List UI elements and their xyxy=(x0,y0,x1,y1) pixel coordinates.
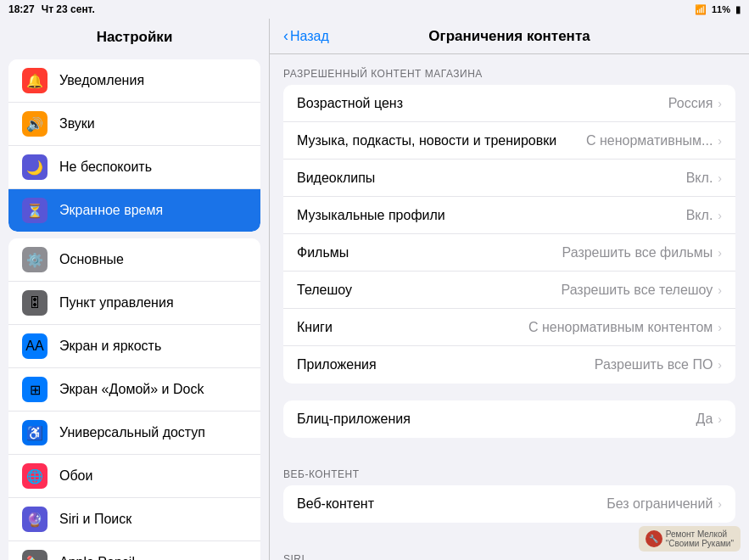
settings-row-films[interactable]: ФильмыРазрешить все фильмы› xyxy=(283,234,735,272)
row-chevron-films: › xyxy=(718,246,722,260)
siri-icon: 🔮 xyxy=(22,507,48,532)
settings-group-store-content: Возрастной цензРоссия›Музыка, подкасты, … xyxy=(283,85,735,384)
section-header-web-content: ВЕБ-КОНТЕНТ xyxy=(270,455,749,485)
sounds-icon: 🔊 xyxy=(22,111,48,137)
row-label-music-profiles: Музыкальные профили xyxy=(297,208,686,223)
row-label-quick-apps-row: Блиц-приложения xyxy=(297,412,696,427)
row-label-videoclips: Видеоклипы xyxy=(297,171,686,186)
row-chevron-apps: › xyxy=(718,358,722,372)
status-time: 18:27 xyxy=(8,3,35,15)
main-layout: Настройки 🔔Уведомления🔊Звуки🌙Не беспокои… xyxy=(0,19,749,560)
right-panel: ‹ Назад Ограничения контента РАЗРЕШЕННЫЙ… xyxy=(270,19,749,560)
row-value-music: С ненормативным... xyxy=(586,133,713,148)
sidebar-label-wallpaper: Обои xyxy=(59,468,92,484)
row-label-age-rating: Возрастной ценз xyxy=(297,96,668,111)
row-chevron-music-profiles: › xyxy=(718,209,722,222)
sidebar-item-display[interactable]: AAЭкран и яркость xyxy=(8,325,260,368)
right-content: РАЗРЕШЕННЫЙ КОНТЕНТ МАГАЗИНАВозрастной ц… xyxy=(270,54,749,560)
settings-row-web-content-row[interactable]: Веб-контентБез ограничений› xyxy=(283,485,735,523)
status-bar: 18:27 Чт 23 сент. 📶 11% ▮ xyxy=(0,0,749,19)
row-chevron-web-content-row: › xyxy=(718,497,722,511)
sidebar-item-screentime[interactable]: ⏳Экранное время xyxy=(8,189,260,232)
sidebar-item-general[interactable]: ⚙️Основные xyxy=(8,238,260,282)
row-label-apps: Приложения xyxy=(297,357,595,372)
right-header: ‹ Назад Ограничения контента xyxy=(270,19,749,54)
row-label-films: Фильмы xyxy=(297,245,562,260)
sidebar-label-controlcenter: Пункт управления xyxy=(59,295,174,311)
sidebar-label-screentime: Экранное время xyxy=(59,203,163,218)
controlcenter-icon: 🎛 xyxy=(22,290,48,316)
notifications-icon: 🔔 xyxy=(22,68,48,93)
row-chevron-quick-apps-row: › xyxy=(718,412,722,426)
settings-row-music-profiles[interactable]: Музыкальные профилиВкл.› xyxy=(283,197,735,234)
homescreen-icon: ⊞ xyxy=(22,377,48,402)
watermark: 🔧 Ремонт Мелкой"Своими Руками" xyxy=(639,526,741,552)
sidebar-item-homescreen[interactable]: ⊞Экран «Домой» и Dock xyxy=(8,368,260,412)
back-button[interactable]: ‹ Назад xyxy=(283,27,351,45)
settings-row-apps[interactable]: ПриложенияРазрешить все ПО› xyxy=(283,346,735,384)
sidebar-item-donotdisturb[interactable]: 🌙Не беспокоить xyxy=(8,146,260,189)
sidebar-bottom-group: ⚙️Основные🎛Пункт управленияAAЭкран и ярк… xyxy=(8,238,260,560)
sidebar-label-donotdisturb: Не беспокоить xyxy=(59,160,152,175)
sidebar-label-sounds: Звуки xyxy=(59,116,95,132)
row-chevron-age-rating: › xyxy=(718,97,722,110)
row-value-tvshows: Разрешить все телешоу xyxy=(561,283,713,298)
applepencil-icon: ✏️ xyxy=(22,550,48,560)
donotdisturb-icon: 🌙 xyxy=(22,154,48,180)
sidebar-label-homescreen: Экран «Домой» и Dock xyxy=(59,382,204,397)
row-chevron-videoclips: › xyxy=(718,171,722,185)
settings-row-books[interactable]: КнигиС ненормативным контентом› xyxy=(283,309,735,346)
row-chevron-music: › xyxy=(718,134,722,148)
row-value-web-content-row: Без ограничений xyxy=(606,496,713,512)
right-panel-title: Ограничения контента xyxy=(351,28,668,45)
sidebar: Настройки 🔔Уведомления🔊Звуки🌙Не беспокои… xyxy=(0,19,270,560)
row-chevron-tvshows: › xyxy=(718,283,722,297)
settings-group-quick-apps: Блиц-приложенияДа› xyxy=(283,400,735,438)
status-left: 18:27 Чт 23 сент. xyxy=(8,3,95,15)
general-icon: ⚙️ xyxy=(22,247,48,272)
row-label-music: Музыка, подкасты, новости и тренировки xyxy=(297,133,586,148)
battery-level: 11% xyxy=(712,4,730,14)
row-label-web-content-row: Веб-контент xyxy=(297,496,606,512)
watermark-text: Ремонт Мелкой"Своими Руками" xyxy=(666,529,734,548)
row-label-tvshows: Телешоу xyxy=(297,283,561,298)
sidebar-item-accessibility[interactable]: ♿Универсальный доступ xyxy=(8,412,260,455)
section-header-store-content: РАЗРЕШЕННЫЙ КОНТЕНТ МАГАЗИНА xyxy=(270,54,749,85)
settings-row-age-rating[interactable]: Возрастной цензРоссия› xyxy=(283,85,735,122)
sidebar-item-notifications[interactable]: 🔔Уведомления xyxy=(8,59,260,103)
sidebar-label-display: Экран и яркость xyxy=(59,339,161,354)
sidebar-item-controlcenter[interactable]: 🎛Пункт управления xyxy=(8,282,260,325)
accessibility-icon: ♿ xyxy=(22,420,48,445)
row-label-books: Книги xyxy=(297,320,528,335)
settings-row-videoclips[interactable]: ВидеоклипыВкл.› xyxy=(283,160,735,197)
row-value-videoclips: Вкл. xyxy=(686,171,713,186)
sidebar-label-general: Основные xyxy=(59,252,124,267)
row-value-apps: Разрешить все ПО xyxy=(595,357,713,372)
wifi-icon: 📶 xyxy=(695,4,707,15)
settings-row-quick-apps-row[interactable]: Блиц-приложенияДа› xyxy=(283,400,735,438)
row-value-films: Разрешить все фильмы xyxy=(562,245,713,260)
settings-row-music[interactable]: Музыка, подкасты, новости и тренировкиС … xyxy=(283,122,735,160)
back-chevron-icon: ‹ xyxy=(283,27,288,45)
sidebar-item-siri[interactable]: 🔮Siri и Поиск xyxy=(8,498,260,541)
row-value-quick-apps-row: Да xyxy=(696,412,713,427)
sidebar-label-notifications: Уведомления xyxy=(59,73,144,88)
sidebar-item-sounds[interactable]: 🔊Звуки xyxy=(8,103,260,146)
sidebar-item-applepencil[interactable]: ✏️Apple Pencil xyxy=(8,541,260,560)
sidebar-label-siri: Siri и Поиск xyxy=(59,512,131,527)
settings-row-tvshows[interactable]: ТелешоуРазрешить все телешоу› xyxy=(283,272,735,309)
settings-group-web-content: Веб-контентБез ограничений› xyxy=(283,485,735,523)
sidebar-item-wallpaper[interactable]: 🌐Обои xyxy=(8,455,260,498)
screentime-icon: ⏳ xyxy=(22,198,48,223)
back-label: Назад xyxy=(290,29,329,44)
status-right: 📶 11% ▮ xyxy=(695,4,741,15)
sidebar-label-applepencil: Apple Pencil xyxy=(59,555,135,560)
watermark-icon: 🔧 xyxy=(646,530,662,547)
sidebar-top-group: 🔔Уведомления🔊Звуки🌙Не беспокоить⏳Экранно… xyxy=(8,59,260,232)
sidebar-label-accessibility: Универсальный доступ xyxy=(59,425,205,440)
row-value-age-rating: Россия xyxy=(668,96,713,111)
row-value-books: С ненормативным контентом xyxy=(528,320,713,335)
row-value-music-profiles: Вкл. xyxy=(686,208,713,223)
wallpaper-icon: 🌐 xyxy=(22,463,48,489)
sidebar-title: Настройки xyxy=(0,19,269,53)
